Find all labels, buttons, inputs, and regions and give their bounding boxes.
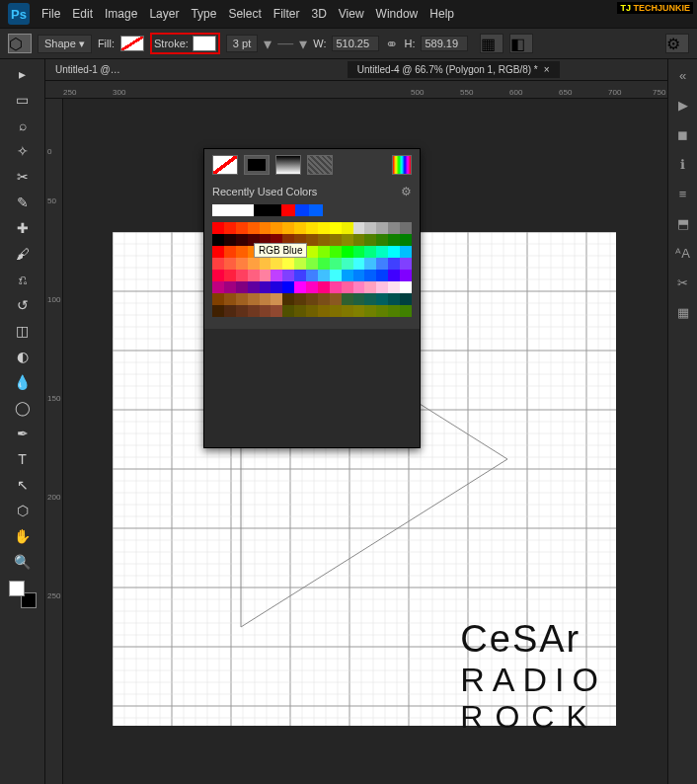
color-swatch[interactable] [342,234,353,246]
color-swatch[interactable] [212,281,224,293]
color-panel-icon[interactable]: ◼ [673,124,693,144]
gradient-tool[interactable]: ◐ [12,346,34,367]
pen-tool[interactable]: ✒ [12,423,34,444]
color-swatch[interactable] [353,234,365,246]
fill-swatch[interactable] [120,36,144,51]
color-swatch[interactable] [318,305,330,317]
color-swatch[interactable] [376,246,388,258]
color-swatch[interactable] [236,222,248,234]
color-swatch[interactable] [260,293,271,305]
color-swatch[interactable] [353,246,365,258]
color-swatch[interactable] [388,246,400,258]
gradient-mode[interactable] [275,155,301,175]
color-swatch[interactable] [400,246,412,258]
move-tool[interactable]: ▸ [12,63,34,85]
color-swatch[interactable] [236,281,248,293]
brush-tool[interactable]: 🖌 [12,243,34,265]
align-edges-icon[interactable]: ▦ [480,34,503,53]
cube-icon[interactable]: ▦ [673,302,693,322]
color-swatch[interactable] [212,204,226,216]
shape-mode-select[interactable]: Shape ▾ [38,35,92,53]
color-swatch[interactable] [364,270,376,281]
color-swatch[interactable] [306,258,318,270]
color-swatch[interactable] [236,234,248,246]
color-swatch[interactable] [224,258,236,270]
color-swatch[interactable] [364,258,376,270]
color-swatches[interactable] [9,581,37,608]
link-icon[interactable]: ⚭ [385,35,398,53]
color-swatch[interactable] [236,246,248,258]
history-tool[interactable]: ↺ [12,294,34,316]
zoom-tool[interactable]: 🔍 [12,551,34,573]
color-swatch[interactable] [282,293,294,305]
color-swatch[interactable] [306,234,318,246]
color-swatch[interactable] [282,270,294,281]
color-swatch[interactable] [330,258,342,270]
color-swatch[interactable] [224,305,236,317]
color-swatch[interactable] [400,293,412,305]
color-swatch[interactable] [376,258,388,270]
color-swatch[interactable] [388,270,400,281]
close-icon[interactable]: × [544,64,550,75]
fg-color-icon[interactable] [9,581,25,596]
scissors-icon[interactable]: ✂ [673,273,693,292]
color-swatch[interactable] [318,281,330,293]
color-swatch[interactable] [236,305,248,317]
color-swatch[interactable] [400,222,412,234]
color-swatch[interactable] [282,222,294,234]
menu-window[interactable]: Window [376,7,419,21]
path-tool[interactable]: ↖ [12,474,34,496]
color-swatch[interactable] [353,258,365,270]
color-swatch[interactable] [295,204,309,216]
menu-3d[interactable]: 3D [311,7,326,21]
menu-type[interactable]: Type [191,7,216,21]
color-swatch[interactable] [271,305,282,317]
color-swatch[interactable] [224,270,236,281]
color-swatch[interactable] [212,258,224,270]
color-swatch[interactable] [353,281,365,293]
color-swatch[interactable] [318,293,330,305]
color-swatch[interactable] [342,293,353,305]
eraser-tool[interactable]: ◫ [12,320,34,342]
color-swatch[interactable] [260,258,271,270]
panel-collapse-icon[interactable]: « [673,65,693,85]
color-swatch[interactable] [388,258,400,270]
menu-layer[interactable]: Layer [149,7,179,21]
color-swatch[interactable] [294,281,306,293]
path-ops-icon[interactable]: ◧ [509,34,533,53]
color-swatch[interactable] [248,305,260,317]
color-swatch[interactable] [342,222,353,234]
tab-untitled4[interactable]: Untitled-4 @ 66.7% (Polygon 1, RGB/8) *× [348,61,560,78]
color-swatch[interactable] [364,222,376,234]
color-swatch[interactable] [400,270,412,281]
width-input[interactable] [332,36,379,51]
blur-tool[interactable]: 💧 [12,371,34,393]
color-swatch[interactable] [376,281,388,293]
play-icon[interactable]: ▶ [673,95,693,115]
color-swatch[interactable] [400,305,412,317]
wand-tool[interactable]: ✧ [12,140,34,162]
heal-tool[interactable]: ✚ [12,217,34,239]
color-swatch[interactable] [330,234,342,246]
color-swatch[interactable] [364,293,376,305]
color-swatch[interactable] [294,305,306,317]
color-swatch[interactable] [364,281,376,293]
menu-file[interactable]: File [41,7,60,21]
color-swatch[interactable] [388,234,400,246]
color-swatch[interactable] [271,293,282,305]
pattern-mode[interactable] [307,155,333,175]
color-swatch[interactable] [260,270,271,281]
color-swatch[interactable] [294,222,306,234]
menu-help[interactable]: Help [429,7,454,21]
color-swatch[interactable] [330,281,342,293]
color-swatch[interactable] [400,258,412,270]
color-swatch[interactable] [353,270,365,281]
color-swatch[interactable] [330,246,342,258]
color-swatch[interactable] [330,270,342,281]
color-swatch[interactable] [306,222,318,234]
color-swatch[interactable] [306,281,318,293]
solid-mode[interactable] [244,155,270,175]
color-swatch[interactable] [248,270,260,281]
color-swatch[interactable] [224,234,236,246]
color-swatch[interactable] [248,281,260,293]
